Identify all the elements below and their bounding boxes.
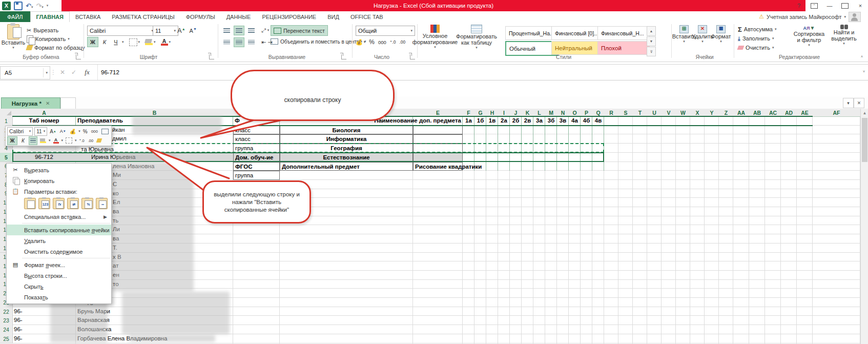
formula-bar-splitter[interactable]: ⋮ (51, 66, 55, 78)
paste-transpose-icon[interactable]: ⇄ (67, 198, 79, 209)
font-color-icon[interactable]: А (161, 38, 168, 46)
grid-cell-Q1[interactable]: 4в (592, 116, 604, 126)
vertical-scrollbar[interactable]: ▲ (860, 109, 868, 344)
column-header-L[interactable]: L (533, 109, 546, 117)
format-cells-button[interactable]: ▦ Формат▾ (712, 25, 730, 44)
grid-cell-J1[interactable]: 2б (510, 116, 522, 126)
mini-accounting-icon[interactable]: 💰 (69, 128, 77, 135)
column-header-X[interactable]: X (690, 109, 705, 117)
column-header-T[interactable]: T (633, 109, 648, 117)
save-icon[interactable] (14, 2, 23, 10)
menu-item-формат-ячеек[interactable]: ▤Формат ячеек... (7, 259, 111, 270)
align-middle-icon[interactable] (234, 26, 244, 35)
paste-icon[interactable] (24, 198, 36, 209)
decrease-decimal-icon[interactable]: .00 (399, 39, 405, 45)
grid-cell-I1[interactable]: 2а (498, 116, 510, 126)
column-header-K[interactable]: K (522, 109, 534, 117)
close-sheet-tab-icon[interactable]: ✕ (46, 100, 50, 106)
format-as-table-button[interactable]: Форматировать как таблицу▾ (453, 25, 500, 50)
borders-icon[interactable] (129, 38, 137, 46)
mini-format-painter-icon[interactable] (96, 137, 102, 145)
ribbon-tab-разметка-страницы[interactable]: РАЗМЕТКА СТРАНИЦЫ (106, 11, 180, 22)
sheet-tab-active[interactable]: Нагрузка * ✕ (1, 97, 60, 109)
cell-style-item[interactable]: Финансовый_Н... (597, 26, 650, 40)
menu-item-специальная-вставка[interactable]: Специальная вставка...▶ (7, 211, 111, 222)
grid-cell-P1[interactable]: 4б (581, 116, 592, 126)
column-header-Q[interactable]: Q (592, 109, 605, 117)
column-header-F[interactable]: F (463, 109, 475, 117)
gallery-down-icon[interactable]: ▼ (647, 36, 656, 46)
increase-decimal-icon[interactable]: ⁺.0 (390, 39, 396, 45)
conditional-formatting-button[interactable]: Условное форматирование▾ (420, 25, 450, 49)
wrap-text-button[interactable]: Перенести текст (271, 25, 328, 36)
comma-style-button[interactable]: 000 (378, 39, 386, 45)
ribbon-tab-главная[interactable]: ГЛАВНАЯ (30, 11, 70, 22)
fill-color-icon[interactable] (145, 39, 153, 45)
insert-function-icon[interactable]: fx (81, 66, 93, 78)
grid-cell-D5[interactable]: Естествознание (280, 153, 413, 162)
grid-cell-F1[interactable]: 1а (463, 116, 474, 126)
italic-toggle[interactable]: К (99, 37, 110, 47)
tab-list-dropdown-icon[interactable]: ▾ (843, 98, 854, 108)
align-top-icon[interactable] (221, 26, 232, 35)
column-header-U[interactable]: U (647, 109, 662, 117)
align-right-icon[interactable] (246, 37, 257, 47)
column-header-I[interactable]: I (498, 109, 510, 117)
grid-cell-M1[interactable]: 3б (545, 116, 557, 126)
grid-cell-C6[interactable]: ФГОС (233, 162, 280, 171)
grid-cell-A1[interactable]: Таб номер (12, 116, 76, 126)
column-header-A[interactable]: A (12, 109, 76, 117)
help-button[interactable]: ? (791, 0, 807, 11)
mini-font-color-icon[interactable]: А (52, 137, 60, 145)
mini-bold-toggle[interactable]: Ж (7, 136, 17, 145)
dialog-launcher-icon[interactable] (341, 54, 346, 59)
menu-item-скрыть[interactable]: Скрыть (7, 281, 111, 292)
mini-align-center-icon[interactable] (29, 136, 37, 145)
gallery-more-icon[interactable]: ⊽ (647, 47, 656, 56)
mini-borders-icon[interactable] (65, 137, 73, 145)
ribbon-tab-рецензирование[interactable]: РЕЦЕНЗИРОВАНИЕ (256, 11, 322, 22)
column-header-AA[interactable]: AA (733, 109, 750, 117)
undo-icon[interactable]: ↶▾ (26, 2, 33, 10)
grid-cell-C7[interactable]: группа (233, 171, 280, 180)
dialog-launcher-icon[interactable] (209, 54, 214, 59)
avatar[interactable] (849, 12, 861, 22)
menu-item-вставить-скопированные-ячейки[interactable]: Вставить скопированные ячейки (7, 225, 111, 235)
column-header-O[interactable]: O (569, 109, 581, 117)
grid-cell-E1[interactable]: Наименование доп. предмета (413, 116, 463, 126)
mini-italic-toggle[interactable]: К (19, 137, 27, 145)
delete-cells-button[interactable]: ✕ Удалить▾ (694, 25, 711, 44)
ribbon-tab-вид[interactable]: ВИД (322, 11, 345, 22)
number-format-combo[interactable]: Общий▾ (356, 26, 415, 36)
accounting-format-icon[interactable]: 💰 (356, 39, 363, 46)
row-header-1[interactable]: 1 (0, 116, 13, 126)
copy-button[interactable]: Копировать▾ (27, 35, 70, 43)
grid-cell-C4[interactable]: группа (233, 144, 280, 153)
name-box[interactable]: A5 ▾ (0, 66, 50, 79)
cell-style-item[interactable]: Нейтральный (551, 41, 604, 55)
column-header-AE[interactable]: AE (797, 109, 813, 117)
autosum-button[interactable]: Σ Автосумма▾ (738, 25, 776, 33)
menu-item-высота-строки[interactable]: Высота строки... (7, 270, 111, 281)
percent-style-button[interactable]: % (369, 38, 375, 46)
cancel-icon[interactable]: ✕ (57, 66, 68, 78)
column-header-V[interactable]: V (662, 109, 676, 117)
mini-increase-decimal-icon[interactable]: ⁺.0 (78, 137, 86, 145)
column-header-B[interactable]: B (76, 109, 234, 117)
collapse-ribbon-icon[interactable]: ˄ (861, 55, 863, 58)
mini-grow-font-icon[interactable]: A▲ (49, 128, 57, 135)
column-header-AF[interactable]: AF (813, 109, 861, 117)
grid-cell-E3[interactable] (413, 134, 463, 144)
decrease-indent-icon[interactable]: ⇤ (261, 39, 266, 46)
scrollbar-thumb[interactable] (862, 118, 867, 162)
column-header-AB[interactable]: AB (749, 109, 766, 117)
grow-font-icon[interactable]: A▲ (177, 27, 185, 34)
ribbon-tab-формулы[interactable]: ФОРМУЛЫ (180, 11, 221, 22)
column-header-E[interactable]: E (413, 109, 463, 117)
fill-button[interactable]: ⤓ Заполнить▾ (738, 34, 774, 43)
menu-item-вырезать[interactable]: ✂Вырезать (7, 165, 111, 175)
sort-filter-button[interactable]: АЯ▼ Сортировка и фильтр▾ (792, 25, 826, 47)
format-painter-button[interactable]: Формат по образцу (27, 44, 85, 52)
name-box-dropdown-icon[interactable]: ▾ (43, 68, 50, 77)
ribbon-tab-данные[interactable]: ДАННЫЕ (221, 11, 257, 22)
